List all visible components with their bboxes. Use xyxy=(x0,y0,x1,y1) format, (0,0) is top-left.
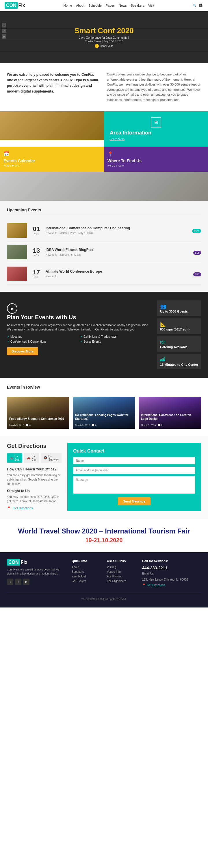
tab-by-car[interactable]: 🚗 By Car xyxy=(24,453,39,463)
nav-about[interactable]: About xyxy=(76,4,84,7)
send-message-button[interactable]: Send Message xyxy=(118,497,150,505)
event-row-2: 17 Dec Affiliate World Conference Europe… xyxy=(7,263,201,285)
contact-name-input[interactable] xyxy=(73,457,195,464)
review-comments-0: 💬 4 xyxy=(26,424,31,427)
grid-icon: ⊞ xyxy=(151,117,161,127)
event-row-1: 13 Nov IDEA World Fitness BlogFest New Y… xyxy=(7,242,201,263)
discover-more-button[interactable]: Discover More xyxy=(7,347,38,355)
twitter-icon[interactable]: t xyxy=(2,23,6,28)
hero-section: t f in Smart Conf 2020 Java Conference f… xyxy=(0,11,208,63)
venue-image-card xyxy=(0,111,104,140)
events-review-title: Events in Review xyxy=(7,385,201,392)
plan-left: ▶ Plan Your Events with Us As a team of … xyxy=(7,301,151,369)
area-icon: 📐 xyxy=(160,321,198,328)
footer-logo: CONFix xyxy=(7,559,66,565)
nav-news[interactable]: News xyxy=(119,4,127,7)
nav-speakers[interactable]: Speakers xyxy=(131,4,144,7)
event-month-2: Dec xyxy=(31,276,42,278)
contact-email-input[interactable] xyxy=(73,467,195,474)
footer-youtube-icon[interactable]: ▶ xyxy=(23,579,30,585)
area-learn-more-link[interactable]: Learn More xyxy=(110,137,202,141)
event-info-2: Affiliate World Conference Europe New Yo… xyxy=(46,270,183,278)
review-card-1[interactable]: Do Traditional Landing Pages Work for St… xyxy=(73,397,135,429)
review-card-2[interactable]: International Conference on Creative Log… xyxy=(139,397,201,429)
event-location-0: New York xyxy=(46,231,57,235)
footer-get-directions-link[interactable]: 📍 Get Directions xyxy=(142,584,201,587)
location-icon: 📍 xyxy=(107,151,113,157)
conference-room-image-card xyxy=(0,172,208,201)
tab-by-subway[interactable]: 🚇 By Subway xyxy=(41,453,62,463)
linkedin-icon[interactable]: in xyxy=(2,34,6,39)
footer-facebook-icon[interactable]: f xyxy=(15,579,22,585)
price-badge-1: $15 xyxy=(193,251,201,255)
area-information-card: ⊞ Area Information Learn More xyxy=(104,111,208,147)
travel-show-date: 19-21.10.2020 xyxy=(7,537,201,544)
watch-events-link[interactable]: Watch Events xyxy=(3,164,101,167)
directions-sub-title: Straight to Us xyxy=(7,489,62,493)
event-meta-1: New York 3:30 am - 5:30 am xyxy=(46,253,183,256)
calendar-icon-row: 📅 xyxy=(3,151,101,157)
navigation: CONFix Home About Schedule Pages News Sp… xyxy=(0,0,208,11)
play-button[interactable]: ▶ xyxy=(7,303,18,314)
footer-top: CONFix ConFix Expo is a multi-purpose ev… xyxy=(7,559,201,588)
nav-pages[interactable]: Pages xyxy=(106,4,115,7)
hero-subtitle: Java Conference for Java Community | xyxy=(74,36,134,39)
contact-message-input[interactable] xyxy=(73,476,195,494)
review-img-1: Do Traditional Landing Pages Work for St… xyxy=(73,397,135,429)
event-thumb-1 xyxy=(7,245,27,259)
footer-get-tickets-link[interactable]: Get Tickets xyxy=(72,580,101,583)
event-location-2: New York xyxy=(46,275,57,278)
about-text-left: We are extremely pleased to welcome you … xyxy=(7,72,101,94)
nav-schedule[interactable]: Schedule xyxy=(89,4,102,7)
tab-by-bus[interactable]: 🚌 By Bus xyxy=(7,453,22,463)
review-date-1: March 9, 2019 xyxy=(75,424,90,427)
upcoming-events-section: Upcoming Events 01 Nov International Con… xyxy=(0,201,208,292)
footer-venue-info-link[interactable]: Venue Info xyxy=(107,570,136,574)
transport-tabs: 🚌 By Bus 🚗 By Car 🚇 By Subway xyxy=(7,453,62,463)
event-name-1: IDEA World Fitness BlogFest xyxy=(46,248,183,252)
price-badge-2: $30 xyxy=(193,272,201,276)
city-icon: 🏙 xyxy=(160,357,198,363)
event-price-2: $30 xyxy=(186,272,201,276)
footer-for-organizers-link[interactable]: For Organizers xyxy=(107,580,136,583)
event-day-1: 13 xyxy=(31,248,42,254)
event-date-0: 01 Nov xyxy=(31,226,42,235)
search-icon[interactable]: 🔍 xyxy=(193,4,197,7)
facebook-icon[interactable]: f xyxy=(2,29,6,33)
nav-links: Home About Schedule Pages News Speakers … xyxy=(64,4,154,7)
nav-right: 🔍 EN xyxy=(193,4,203,7)
review-comments-2: 💬 0 xyxy=(158,424,162,427)
route-link[interactable]: Here's a route xyxy=(107,164,205,167)
feature-label-0: Meetings xyxy=(10,335,22,338)
footer-speakers-link[interactable]: Speakers xyxy=(72,570,101,574)
event-location-1: New York xyxy=(46,253,57,256)
get-directions-button[interactable]: 📍 Get Directions xyxy=(7,506,62,510)
price-badge-0: Free xyxy=(192,229,201,233)
footer-for-visitors-link[interactable]: For Visitors xyxy=(107,575,136,578)
footer-email-link[interactable]: Email Us xyxy=(142,572,201,575)
lang-selector[interactable]: EN xyxy=(199,4,203,7)
about-left: We are extremely pleased to welcome you … xyxy=(7,72,101,103)
event-date-2: 17 Dec xyxy=(31,269,42,278)
plan-section: ▶ Plan Your Events with Us As a team of … xyxy=(0,292,208,378)
nav-home[interactable]: Home xyxy=(64,4,72,7)
logo[interactable]: CONFix xyxy=(5,2,25,9)
calendar-icon: 📅 xyxy=(3,151,9,157)
directions-left: Get Directions 🚌 By Bus 🚗 By Car 🚇 By Su… xyxy=(7,443,62,511)
footer-visiting-link[interactable]: Visiting xyxy=(107,565,136,569)
nav-visit[interactable]: Visit xyxy=(148,4,154,7)
footer-events-list-link[interactable]: Events List xyxy=(72,575,101,578)
plan-feature-3: ✓ Social Events xyxy=(80,340,151,343)
plan-feature-0: ✓ Meetings xyxy=(7,335,78,338)
events-calendar-title: Events Calendar xyxy=(3,158,101,163)
footer-twitter-icon[interactable]: t xyxy=(7,579,13,585)
directions-desc: You can easily get directions for drivin… xyxy=(7,473,62,486)
review-card-0[interactable]: Food Allergy Bloggers Conference 2019 Ma… xyxy=(7,397,69,429)
tab-by-subway-label: By Subway xyxy=(48,455,59,461)
footer-about-link[interactable]: About xyxy=(72,565,101,569)
event-meta-0: New York March 1, 2020 - May 1, 2020 xyxy=(46,231,183,235)
events-review-section: Events in Review Food Allergy Bloggers C… xyxy=(0,378,208,436)
plan-features: ✓ Meetings ✓ Exhibitions & Tradeshows ✓ … xyxy=(7,335,151,343)
travel-show-section: World Travel Show 2020 – International T… xyxy=(0,518,208,553)
tab-by-car-label: By Car xyxy=(32,455,36,461)
